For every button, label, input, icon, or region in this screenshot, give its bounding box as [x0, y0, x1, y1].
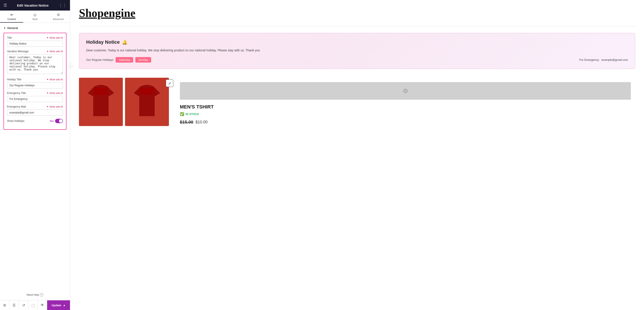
title-label-row: Title ✦ Write with AI — [7, 36, 63, 39]
show-holidays-toggle[interactable] — [55, 119, 63, 123]
bottom-toolbar: ⚙ ☰ ↺ ⬚ 👁 Update ▲ — [0, 300, 70, 310]
holiday-title-write-ai-btn[interactable]: ✦ Write with AI — [46, 78, 63, 81]
vacation-message-write-ai-btn[interactable]: ✦ Write with AI — [46, 50, 63, 53]
tab-content[interactable]: ✏ Content — [0, 11, 23, 23]
panel-title: Edit Vacation Notice — [17, 4, 48, 7]
divider — [79, 26, 635, 26]
holiday-notice-footer: Our Regular Holidays Saturday Sunday For… — [86, 57, 628, 63]
ai-star-icon-4: ✦ — [46, 92, 49, 95]
update-chevron-icon: ▲ — [63, 304, 66, 307]
holiday-title-input[interactable] — [7, 82, 63, 89]
bottom-icons: ⚙ ☰ ↺ ⬚ 👁 — [0, 300, 47, 310]
emergency-mail-label: Emergency Mail — [7, 105, 26, 108]
title-write-ai-btn[interactable]: ✦ Write with AI — [46, 36, 63, 39]
vacation-message-label-row: Vacation Message ✦ Write with AI — [7, 50, 63, 53]
emergency-row: For Emergency: example@gmail.com — [579, 58, 628, 62]
need-help-link[interactable]: Need Help ? — [0, 289, 70, 300]
history-icon-btn[interactable]: ↺ — [19, 300, 28, 310]
show-holidays-label: Show Holidays — [7, 119, 24, 123]
holiday-title-field-row: Holiday Title ✦ Write with AI — [7, 78, 63, 89]
holiday-notice-card: Holiday Notice 🔔 Dear customer, Today is… — [79, 33, 635, 69]
emergency-mail-label-row: Emergency Mail ✦ Write with AI — [7, 105, 63, 108]
holiday-notice-title: Holiday Notice — [86, 39, 120, 45]
panel-body: ▼ General Title ✦ Write with AI Vacatio — [0, 23, 70, 289]
in-stock-row: ✅ IN STOCK — [180, 112, 631, 116]
toggle-yes-label: Yes — [50, 120, 54, 122]
holiday-days-label: Our Regular Holidays — [86, 58, 114, 62]
expand-button[interactable]: ⤢ — [166, 80, 173, 87]
product-section: ⤢ ⚙ MEN'S TSHIRT ✅ IN STOCK $15.00 $10.0… — [79, 78, 635, 129]
title-input[interactable] — [7, 41, 63, 47]
holiday-title-label: Holiday Title — [7, 78, 21, 81]
price-old: $15.00 — [180, 120, 193, 125]
site-title: Shopengine — [79, 7, 635, 20]
saturday-badge: Saturday — [116, 57, 133, 63]
in-stock-text: IN STOCK — [186, 112, 199, 116]
left-panel: ☰ Edit Vacation Notice ⋮⋮ ✏ Content ◎ St… — [0, 0, 70, 310]
emergency-mail-field-row: Emergency Mail ✦ Write with AI — [7, 105, 63, 116]
emergency-title-label: Emergency Title — [7, 92, 26, 95]
panel-collapse-handle[interactable]: ‹ — [68, 64, 72, 68]
general-section-header: ▼ General — [4, 26, 66, 30]
style-icon: ◎ — [33, 13, 36, 17]
sunday-badge: Sunday — [135, 57, 151, 63]
emergency-title-field-row: Emergency Title ✦ Write with AI — [7, 92, 63, 102]
in-stock-icon: ✅ — [180, 112, 184, 116]
emergency-label: For Emergency: — [579, 58, 600, 62]
preview-icon-btn[interactable]: 👁 — [38, 300, 47, 310]
grid-icon[interactable]: ⋮⋮ — [58, 3, 66, 8]
tab-style[interactable]: ◎ Style — [23, 11, 46, 23]
vacation-message-textarea[interactable]: Dear customer, Today is our national hol… — [7, 54, 63, 74]
settings-icon-btn[interactable]: ⚙ — [0, 300, 10, 310]
price-row: $15.00 $10.00 — [180, 120, 631, 125]
collapse-arrow-icon[interactable]: ▼ — [4, 27, 6, 30]
template-icon-btn[interactable]: ⬚ — [28, 300, 38, 310]
vacation-message-label: Vacation Message — [7, 50, 28, 53]
preview-area: Shopengine Holiday Notice 🔔 Dear custome… — [70, 0, 644, 310]
emergency-title-input[interactable] — [7, 96, 63, 102]
tshirt-svg-1 — [83, 82, 118, 122]
emergency-mail-input[interactable] — [7, 110, 63, 116]
holiday-notice-title-row: Holiday Notice 🔔 — [86, 39, 628, 45]
product-info: ⚙ MEN'S TSHIRT ✅ IN STOCK $15.00 $10.00 — [176, 78, 635, 129]
ai-star-icon: ✦ — [46, 36, 49, 39]
content-icon: ✏ — [10, 13, 13, 17]
vacation-message-field-row: Vacation Message ✦ Write with AI Dear cu… — [7, 50, 63, 75]
panel-header: ☰ Edit Vacation Notice ⋮⋮ — [0, 0, 70, 11]
bell-icon: 🔔 — [122, 40, 128, 45]
hamburger-icon[interactable]: ☰ — [4, 3, 7, 8]
emergency-title-label-row: Emergency Title ✦ Write with AI — [7, 92, 63, 95]
product-placeholder-image: ⚙ — [180, 82, 631, 100]
title-label: Title — [7, 36, 12, 39]
product-name: MEN'S TSHIRT — [180, 104, 631, 110]
product-image-1 — [79, 78, 123, 126]
update-button[interactable]: Update ▲ — [47, 300, 70, 310]
ai-star-icon-2: ✦ — [46, 50, 49, 53]
ai-star-icon-3: ✦ — [46, 78, 49, 81]
title-field-row: Title ✦ Write with AI — [7, 36, 63, 47]
advanced-icon: ⚙ — [57, 13, 60, 17]
show-holidays-toggle-row: Show Holidays Yes — [7, 119, 63, 123]
show-holidays-toggle-wrapper: Yes — [50, 119, 63, 123]
tabs-row: ✏ Content ◎ Style ⚙ Advanced — [0, 11, 70, 23]
image-placeholder-icon: ⚙ — [403, 87, 408, 95]
holiday-days-row: Our Regular Holidays Saturday Sunday — [86, 57, 151, 63]
product-images: ⤢ — [79, 78, 169, 126]
emergency-email: example@gmail.com — [601, 58, 628, 62]
show-holidays-row: Show Holidays Yes — [7, 119, 63, 123]
tshirt-svg-2 — [130, 82, 164, 122]
ai-star-icon-5: ✦ — [46, 105, 49, 108]
product-image-2 — [125, 78, 169, 126]
emergency-mail-write-ai-btn[interactable]: ✦ Write with AI — [46, 105, 63, 108]
emergency-title-write-ai-btn[interactable]: ✦ Write with AI — [46, 92, 63, 95]
layers-icon-btn[interactable]: ☰ — [10, 300, 19, 310]
general-section: Title ✦ Write with AI Vacation Message ✦… — [4, 33, 66, 130]
holiday-notice-message: Dear customer, Today is our national hol… — [86, 48, 628, 53]
tab-advanced[interactable]: ⚙ Advanced — [47, 11, 70, 23]
holiday-title-label-row: Holiday Title ✦ Write with AI — [7, 78, 63, 81]
help-circle-icon: ? — [40, 293, 44, 296]
right-panel: Shopengine Holiday Notice 🔔 Dear custome… — [70, 0, 644, 310]
price-new: $10.00 — [196, 120, 208, 125]
